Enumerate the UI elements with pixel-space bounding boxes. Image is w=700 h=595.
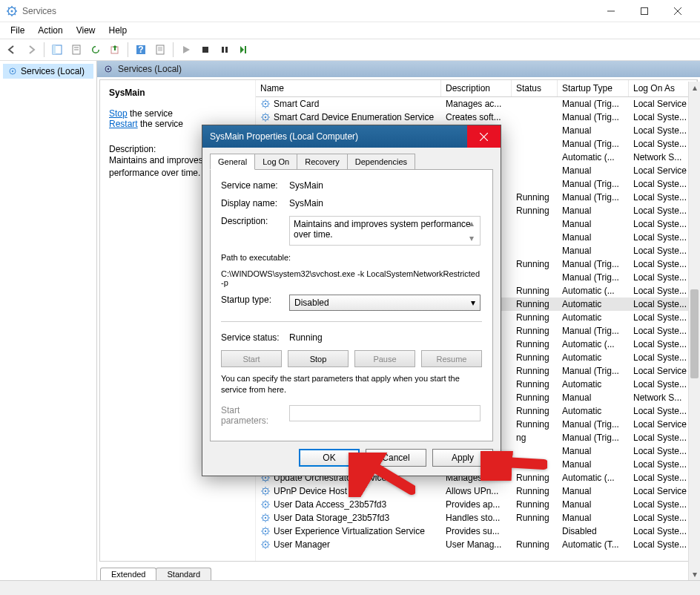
back-button[interactable] [3, 41, 21, 59]
cell-logon: Local Syste... [629, 499, 697, 510]
startup-type-dropdown[interactable]: Disabled ▾ [289, 295, 481, 311]
gear-icon [260, 526, 271, 536]
restart-link[interactable]: Restart [109, 119, 138, 129]
col-logon[interactable]: Log On As [629, 80, 697, 96]
stop-service-button[interactable] [197, 41, 214, 59]
vertical-scrollbar[interactable]: ▴ ▾ [688, 82, 700, 580]
svg-rect-14 [156, 45, 164, 54]
svg-point-87 [265, 504, 266, 505]
label-display-name: Display name: [221, 198, 289, 208]
help-button[interactable]: ? [132, 41, 150, 59]
col-desc[interactable]: Description [441, 80, 512, 96]
detail-service-name: SysMain [109, 88, 246, 98]
export-button[interactable] [106, 41, 124, 59]
dialog-tab-general[interactable]: General [210, 154, 255, 170]
dialog-titlebar[interactable]: SysMain Properties (Local Computer) [202, 125, 501, 148]
cell-startup: Automatic (... [558, 338, 629, 350]
start-service-button[interactable] [177, 41, 195, 59]
cell-status [512, 157, 558, 158]
cell-startup: Automatic (T... [558, 539, 629, 550]
cell-logon: Local Syste... [629, 298, 697, 310]
cell-status: Running [512, 298, 558, 310]
cell-status: Running [512, 418, 558, 430]
cell-logon: Local Service [629, 485, 697, 497]
table-row[interactable]: UPnP Device HostAllows UPn...RunningManu… [256, 484, 697, 498]
cell-startup: Manual (Trig... [558, 418, 629, 430]
cell-logon: Local Syste... [629, 352, 697, 364]
restart-suffix: the service [138, 119, 183, 129]
cell-startup: Manual [558, 445, 629, 457]
scroll-down-icon[interactable]: ▾ [689, 568, 700, 580]
show-hide-tree-button[interactable] [48, 41, 66, 59]
value-path: C:\WINDOWS\system32\svchost.exe -k Local… [221, 269, 482, 287]
cell-logon: Network S... [629, 392, 697, 404]
scroll-thumb[interactable] [690, 289, 699, 378]
svg-rect-19 [222, 47, 224, 53]
table-row[interactable]: User ManagerUser Manag...RunningAutomati… [256, 538, 697, 551]
scroll-up-icon[interactable]: ▴ [469, 218, 478, 229]
col-status[interactable]: Status [512, 80, 558, 96]
tree-services-local[interactable]: Services (Local) [3, 64, 93, 79]
cell-desc: Handles sto... [441, 512, 512, 524]
col-name[interactable]: Name [256, 80, 441, 96]
cell-startup: Automatic [558, 352, 629, 364]
cell-startup: Manual (Trig... [558, 191, 629, 203]
properties-button[interactable] [67, 41, 85, 59]
svg-point-29 [265, 116, 266, 118]
gear-icon [260, 112, 271, 122]
stop-button[interactable]: Stop [288, 350, 349, 367]
cell-startup: Manual [558, 499, 629, 510]
cell-logon: Local Syste... [629, 138, 697, 150]
cell-status [512, 130, 558, 131]
cell-logon: Local Syste... [629, 432, 697, 444]
refresh-button[interactable] [87, 41, 105, 59]
value-service-name: SysMain [289, 180, 482, 191]
dialog-tab-dependencies[interactable]: Dependencies [347, 154, 415, 170]
dialog-close-button[interactable] [467, 125, 501, 148]
menu-help[interactable]: Help [103, 24, 133, 37]
dialog-tab-recovery[interactable]: Recovery [297, 154, 347, 170]
cell-status [512, 250, 558, 252]
label-startup-type: Startup type: [221, 295, 289, 305]
table-row[interactable]: Smart CardManages ac...Manual (Trig...Lo… [256, 97, 697, 111]
table-row[interactable]: Smart Card Device Enumeration ServiceCre… [256, 111, 697, 124]
cell-startup: Manual (Trig... [558, 98, 629, 110]
cell-status: Running [512, 392, 558, 404]
menu-action[interactable]: Action [32, 24, 68, 37]
table-row[interactable]: User Data Access_23b57fd3Provides ap...R… [256, 498, 697, 511]
scroll-down-icon[interactable]: ▾ [469, 233, 478, 243]
table-row[interactable]: User Data Storage_23b57fd3Handles sto...… [256, 511, 697, 525]
description-textbox[interactable]: Maintains and improves system performanc… [289, 216, 481, 246]
cell-startup: Automatic [558, 378, 629, 390]
cell-logon: Local Syste... [629, 338, 697, 350]
col-startup[interactable]: Startup Type [558, 80, 629, 96]
chevron-down-icon: ▾ [471, 298, 475, 308]
gear-icon [103, 64, 113, 74]
cell-status: Running [512, 539, 558, 550]
cell-startup: Automatic [558, 298, 629, 310]
minimize-button[interactable] [594, 0, 627, 22]
forward-button[interactable] [22, 41, 40, 59]
cell-name: User Data Access_23b57fd3 [274, 499, 386, 510]
tab-extended[interactable]: Extended [100, 568, 156, 580]
dialog-tab-logon[interactable]: Log On [254, 154, 297, 170]
maximize-button[interactable] [627, 0, 661, 22]
scroll-up-icon[interactable]: ▴ [689, 82, 700, 93]
cell-name: User Manager [274, 539, 330, 550]
gear-icon [7, 66, 18, 76]
properties-sheet-button[interactable] [151, 41, 169, 59]
menu-view[interactable]: View [70, 24, 102, 37]
svg-rect-7 [53, 45, 56, 54]
pause-service-button[interactable] [216, 41, 234, 59]
close-button[interactable] [661, 0, 694, 22]
cell-startup: Manual (Trig... [558, 138, 629, 150]
cell-logon: Local Syste... [629, 539, 697, 550]
table-row[interactable]: User Experience Virtualization ServicePr… [256, 525, 697, 538]
menu-file[interactable]: File [4, 24, 30, 37]
cell-logon: Local Syste... [629, 325, 697, 337]
gear-icon [260, 539, 271, 550]
svg-rect-3 [641, 7, 647, 14]
tab-standard[interactable]: Standard [156, 568, 211, 580]
stop-link[interactable]: Stop [109, 108, 128, 119]
restart-service-button[interactable] [235, 41, 253, 59]
